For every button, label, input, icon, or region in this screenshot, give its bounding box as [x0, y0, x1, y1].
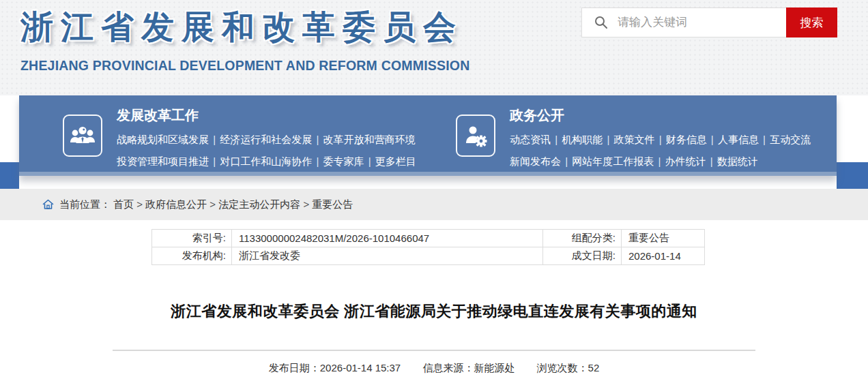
- nav-link[interactable]: 网站年度工作报表: [572, 155, 654, 167]
- issuing-agency-value: 浙江省发改委: [232, 247, 543, 265]
- home-icon[interactable]: [42, 199, 54, 210]
- site-title-cn: 浙江省发展和改革委员会: [20, 5, 469, 49]
- publish-date-value: 2026-01-14 15:37: [320, 362, 401, 374]
- separator: |: [759, 134, 770, 145]
- table-row: 发布机构: 浙江省发改委 成文日期: 2026-01-14: [152, 247, 705, 265]
- nav-link[interactable]: 投资管理和项目推进: [117, 155, 209, 167]
- nav-section-texts: 政务公开 动态资讯 | 机构职能 | 政策文件 | 财务信息 | 人事信息 | …: [510, 95, 811, 168]
- site-header: 浙江省发展和改革委员会 ZHEJIANG PROVINCIAL DEVELOPM…: [0, 0, 868, 95]
- category-label: 组配分类:: [543, 230, 622, 247]
- nav-links-row: 新闻发布会 | 网站年度工作报表 | 办件统计 | 数据统计: [510, 155, 811, 168]
- nav-link[interactable]: 改革开放和营商环境: [323, 134, 415, 145]
- breadcrumb-link[interactable]: 重要公告: [312, 198, 353, 210]
- nav-link[interactable]: 经济运行和社会发展: [220, 134, 312, 145]
- nav-links-row: 投资管理和项目推进 | 对口工作和山海协作 | 委专家库 | 更多栏目: [117, 155, 416, 168]
- separator: |: [561, 155, 572, 167]
- index-number-label: 索引号:: [152, 230, 232, 247]
- nav-link[interactable]: 新闻发布会: [510, 155, 561, 167]
- document-meta-table: 索引号: 11330000002482031M/2026-1010466047 …: [151, 229, 705, 265]
- nav-link[interactable]: 数据统计: [717, 155, 758, 167]
- search-box: 搜索: [581, 7, 837, 37]
- search-icon: [594, 15, 609, 30]
- separator: |: [312, 134, 323, 145]
- view-count-label: 浏览次数：: [537, 362, 588, 374]
- breadcrumb-link[interactable]: 法定主动公开内容: [218, 198, 300, 210]
- separator: |: [209, 134, 220, 145]
- search-button[interactable]: 搜索: [786, 7, 837, 37]
- separator: |: [312, 155, 323, 167]
- person-gear-icon[interactable]: [456, 115, 495, 157]
- separator: |: [603, 134, 613, 145]
- search-input[interactable]: [609, 8, 786, 37]
- nav-links-row: 动态资讯 | 机构职能 | 政策文件 | 财务信息 | 人事信息 | 互动交流: [510, 134, 811, 147]
- separator: |: [654, 155, 665, 167]
- breadcrumb-prefix: 当前位置：: [59, 198, 111, 211]
- separator: >: [134, 198, 145, 210]
- title-divider: [113, 350, 755, 351]
- page-title: 浙江省发展和改革委员会 浙江省能源局关于推动绿电直连发展有关事项的通知: [0, 301, 868, 322]
- breadcrumb-link[interactable]: 首页: [113, 198, 134, 210]
- separator: |: [707, 134, 718, 145]
- index-number-value: 11330000002482031M/2026-1010466047: [232, 230, 543, 247]
- publish-date-label: 发布日期：: [269, 362, 320, 374]
- nav-link[interactable]: 政策文件: [613, 134, 654, 145]
- breadcrumb-items: 首页 > 政府信息公开 > 法定主动公开内容 > 重要公告: [113, 198, 353, 211]
- separator: |: [706, 155, 717, 167]
- category-value: 重要公告: [622, 230, 705, 247]
- separator: |: [364, 155, 375, 167]
- issue-date-value: 2026-01-14: [622, 247, 705, 265]
- info-source-label: 信息来源：: [422, 362, 474, 374]
- nav-link[interactable]: 财务信息: [666, 134, 707, 145]
- table-row: 索引号: 11330000002482031M/2026-1010466047 …: [152, 230, 705, 247]
- breadcrumb-link[interactable]: 政府信息公开: [145, 198, 207, 210]
- info-source: 信息来源：新能源处: [422, 362, 515, 374]
- nav-band-left-fold: [0, 162, 19, 189]
- nav-link[interactable]: 办件统计: [665, 155, 706, 167]
- nav-links-row: 战略规划和区域发展 | 经济运行和社会发展 | 改革开放和营商环境: [117, 134, 416, 147]
- nav-link[interactable]: 对口工作和山海协作: [220, 155, 312, 167]
- nav-link[interactable]: 委专家库: [323, 155, 364, 167]
- nav-title-development-reform[interactable]: 发展改革工作: [117, 106, 416, 125]
- primary-nav-band: 发展改革工作 战略规划和区域发展 | 经济运行和社会发展 | 改革开放和营商环境…: [0, 95, 868, 189]
- separator: |: [209, 155, 220, 167]
- nav-link[interactable]: 动态资讯: [510, 134, 551, 145]
- issue-date-label: 成文日期:: [543, 247, 622, 265]
- publish-date: 发布日期：2026-01-14 15:37: [269, 362, 401, 374]
- nav-link[interactable]: 人事信息: [718, 134, 759, 145]
- nav-section-texts: 发展改革工作 战略规划和区域发展 | 经济运行和社会发展 | 改革开放和营商环境…: [117, 95, 416, 168]
- separator: |: [551, 134, 562, 145]
- nav-link[interactable]: 机构职能: [562, 134, 603, 145]
- nav-link[interactable]: 更多栏目: [375, 155, 416, 167]
- nav-link[interactable]: 互动交流: [770, 134, 811, 145]
- separator: |: [654, 134, 665, 145]
- article-page: 索引号: 11330000002482031M/2026-1010466047 …: [0, 229, 868, 375]
- view-count-value: 52: [588, 362, 600, 374]
- people-group-icon[interactable]: [63, 115, 102, 157]
- primary-nav: 发展改革工作 战略规划和区域发展 | 经济运行和社会发展 | 改革开放和营商环境…: [19, 95, 837, 176]
- nav-link[interactable]: 战略规划和区域发展: [117, 134, 209, 145]
- view-count: 浏览次数：52: [537, 362, 600, 374]
- site-brand: 浙江省发展和改革委员会 ZHEJIANG PROVINCIAL DEVELOPM…: [20, 5, 469, 74]
- breadcrumb: 当前位置： 首页 > 政府信息公开 > 法定主动公开内容 > 重要公告: [0, 189, 868, 220]
- site-title-en: ZHEJIANG PROVINCIAL DEVELOPMENT AND REFO…: [20, 58, 469, 74]
- info-source-value: 新能源处: [474, 362, 515, 374]
- issuing-agency-label: 发布机构:: [152, 247, 232, 265]
- nav-title-gov-disclosure[interactable]: 政务公开: [510, 106, 811, 125]
- separator: >: [300, 198, 312, 210]
- publish-meta: 发布日期：2026-01-14 15:37 信息来源：新能源处 浏览次数：52: [0, 362, 868, 375]
- separator: >: [207, 198, 218, 210]
- nav-band-right-fold: [837, 162, 868, 189]
